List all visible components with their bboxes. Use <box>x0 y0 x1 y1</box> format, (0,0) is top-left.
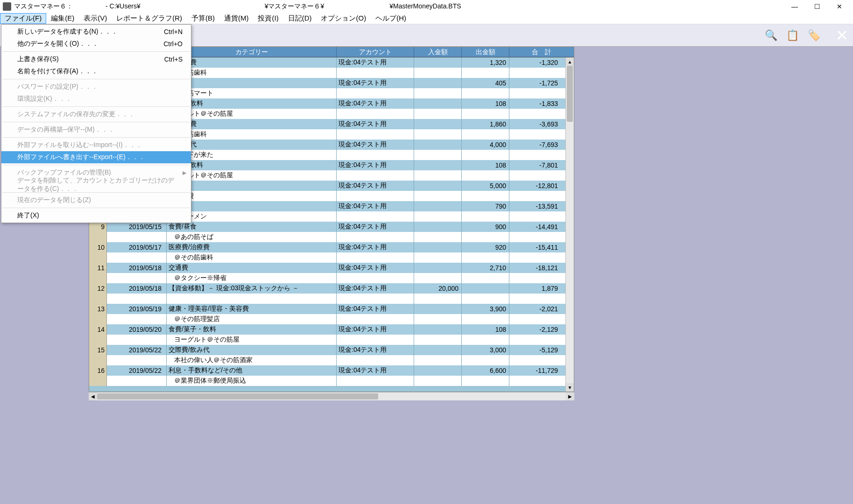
file-menu-item-21[interactable]: 終了(X) <box>1 210 191 222</box>
cell-memo <box>89 232 107 242</box>
table-row[interactable]: 102019/05/17医療費/治療費現金:04テスト用920-15,411＠そ… <box>89 242 574 263</box>
menu-7[interactable]: 日記(D) <box>283 13 317 24</box>
table-row[interactable]: 142019/05/20食費/菓子・飲料現金:04テスト用108-2,129ヨー… <box>89 324 574 345</box>
cell-tot: -11,729 <box>509 365 561 376</box>
table-row[interactable]: 122019/05/18【資金移動】－ 現金:03現金ストックから －現金:04… <box>89 283 574 304</box>
menu-5[interactable]: 通貨(M) <box>219 13 254 24</box>
tag-icon[interactable]: 🏷️ <box>807 29 820 42</box>
cell-memo <box>509 232 561 242</box>
cell-memo <box>509 68 561 78</box>
table-row[interactable]: 162019/05/22利息・手数料など/その他現金:04テスト用6,600-1… <box>89 365 574 386</box>
menu-item-shortcut: Ctrl+N <box>164 28 183 35</box>
cell-date: 2019/05/18 <box>107 263 167 273</box>
cell-tot: 1,879 <box>509 283 561 294</box>
cell-memo <box>414 273 462 283</box>
minimize-button[interactable]: — <box>784 0 805 13</box>
cell-acc: 現金:04テスト用 <box>337 263 414 273</box>
cell-tot: -1,725 <box>509 78 561 88</box>
header-category[interactable]: カテゴリー <box>167 47 337 57</box>
menu-separator <box>2 51 190 52</box>
file-menu-item-6: パスワードの設定(P)．．． <box>1 81 191 93</box>
menu-8[interactable]: オプション(O) <box>316 13 371 24</box>
cell-memo <box>414 232 462 242</box>
menu-item-label: 名前を付けて保存(A)．．． <box>17 67 98 76</box>
cell-idx: 12 <box>89 283 107 294</box>
cell-memo <box>462 88 509 98</box>
table-row[interactable]: 112019/05/18交通費現金:04テスト用2,710-18,121＠タクシ… <box>89 263 574 283</box>
cell-memo <box>107 294 167 304</box>
vertical-scrollbar[interactable]: ▲ ▼ <box>565 57 574 392</box>
menu-4[interactable]: 予算(B) <box>187 13 219 24</box>
header-in[interactable]: 入金額 <box>414 47 462 57</box>
file-menu-item-0[interactable]: 新しいデータを作成する(N)．．．Ctrl+N <box>1 26 191 38</box>
menu-9[interactable]: ヘルプ(H) <box>371 13 411 24</box>
scroll-left-icon[interactable]: ◀ <box>89 392 97 400</box>
scroll-right-icon[interactable]: ▶ <box>566 392 574 400</box>
cell-memo: ーグルト＠その筋屋 <box>167 109 337 119</box>
file-menu-item-1[interactable]: 他のデータを開く(O)．．．Ctrl+O <box>1 38 191 50</box>
cell-memo <box>462 355 509 365</box>
cell-out: 108 <box>462 324 509 335</box>
cell-memo <box>414 376 462 386</box>
cell-memo <box>509 314 561 324</box>
menu-3[interactable]: レポート＆グラフ(R) <box>112 13 187 24</box>
titlebar: マスターマネー６： - C:¥Users¥ ¥マスターマネー６¥ ¥Master… <box>0 0 853 13</box>
cell-in <box>414 263 462 273</box>
cell-out: 900 <box>462 222 509 232</box>
cell-acc: 現金:04テスト用 <box>337 140 414 150</box>
cell-memo <box>509 88 561 98</box>
search-icon[interactable]: 🔍 <box>764 29 777 42</box>
menu-separator <box>2 208 190 208</box>
cell-acc: 現金:04テスト用 <box>337 324 414 335</box>
file-menu-item-4[interactable]: 名前を付けて保存(A)．．． <box>1 65 191 77</box>
close-button[interactable]: ✕ <box>829 0 850 13</box>
cell-tot: -1,833 <box>509 98 561 109</box>
scroll-up-icon[interactable]: ▲ <box>566 57 574 66</box>
header-out[interactable]: 出金額 <box>462 47 509 57</box>
file-menu-item-19: 現在のデータを閉じる(Z) <box>1 194 191 206</box>
table-row[interactable]: 132019/05/19健康・理美容/理容・美容費現金:04テスト用3,900-… <box>89 304 574 324</box>
cell-memo <box>337 232 414 242</box>
cell-memo: ＠タクシー※帰省 <box>167 273 337 283</box>
cell-memo: あの筋マート <box>167 88 337 98</box>
cell-memo <box>462 335 509 345</box>
maximize-button[interactable]: ☐ <box>806 0 828 13</box>
menu-0[interactable]: ファイル(F) <box>0 13 46 24</box>
scroll-down-icon[interactable]: ▼ <box>566 383 574 392</box>
file-menu-item-3[interactable]: 上書き保存(S)Ctrl+S <box>1 53 191 65</box>
horizontal-scrollbar[interactable]: ◀ ▶ <box>89 392 574 400</box>
header-account[interactable]: アカウント <box>337 47 414 57</box>
cell-idx: 9 <box>89 222 107 232</box>
cell-out: 3,900 <box>462 304 509 314</box>
cell-memo <box>414 109 462 119</box>
cell-cat: 食費/昼食 <box>167 222 337 232</box>
list-icon[interactable]: 📋 <box>786 29 799 42</box>
cell-idx: 14 <box>89 324 107 335</box>
menu-2[interactable]: 表示(V) <box>79 13 112 24</box>
cell-acc: 現金:04テスト用 <box>337 201 414 211</box>
close-panel-icon[interactable]: ✕ <box>833 27 850 44</box>
cell-cat: 交通費 <box>167 263 337 273</box>
cell-out: 1,320 <box>462 57 509 68</box>
scroll-thumb[interactable] <box>567 66 573 122</box>
cell-out: 6,600 <box>462 365 509 376</box>
cell-idx: 15 <box>89 345 107 355</box>
hscroll-thumb[interactable] <box>97 393 378 399</box>
header-total[interactable]: 合 計 <box>509 47 574 57</box>
cell-in <box>414 201 462 211</box>
cell-memo <box>414 191 462 201</box>
menu-6[interactable]: 投資(I) <box>253 13 283 24</box>
cell-in <box>414 140 462 150</box>
menu-1[interactable]: 編集(E) <box>46 13 79 24</box>
cell-tot: -5,129 <box>509 345 561 355</box>
cell-in <box>414 304 462 314</box>
table-row[interactable]: 92019/05/15食費/昼食現金:04テスト用900-14,491＠あの筋そ… <box>89 222 574 242</box>
menu-item-label: 終了(X) <box>17 211 39 220</box>
menu-item-label: 新しいデータを作成する(N)．．． <box>17 28 118 36</box>
cell-out: 108 <box>462 160 509 170</box>
table-row[interactable]: 152019/05/22交際費/飲み代現金:04テスト用3,000-5,129本… <box>89 345 574 365</box>
cell-in <box>414 78 462 88</box>
cell-memo: ＠あの筋そば <box>167 232 337 242</box>
file-menu-item-14[interactable]: 外部ファイルへ書き出す--Export--(E)．．． <box>1 151 191 163</box>
cell-memo <box>462 129 509 140</box>
